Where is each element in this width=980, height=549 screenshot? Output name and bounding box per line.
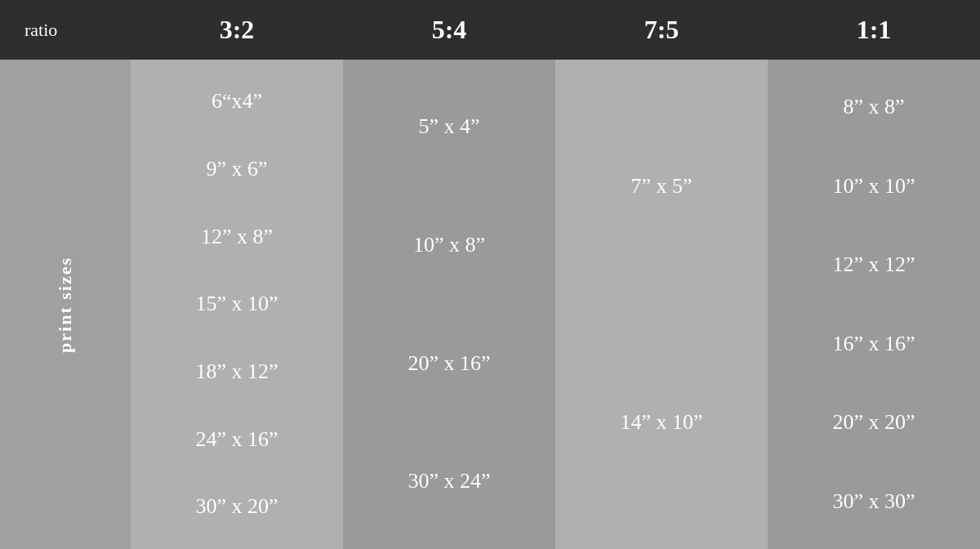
size-1-1-5: 20” x 20” xyxy=(832,401,915,444)
size-5-4-1: 5” x 4” xyxy=(418,105,479,148)
size-7-5-2: 14” x 10” xyxy=(620,401,702,444)
size-3-2-3: 12” x 8” xyxy=(201,216,273,258)
col-header-1-1: 1:1 xyxy=(768,0,980,60)
size-1-1-2: 10” x 10” xyxy=(832,165,915,208)
size-5-4-2: 10” x 8” xyxy=(413,224,485,266)
data-col-3-2: 6“x4” 9” x 6” 12” x 8” 15” x 10” 18” x 1… xyxy=(131,60,343,549)
data-col-1-1: 8” x 8” 10” x 10” 12” x 12” 16” x 16” 20… xyxy=(768,60,980,549)
size-3-2-1: 6“x4” xyxy=(212,80,262,123)
col-header-7-5: 7:5 xyxy=(555,0,768,60)
data-col-5-4: 5” x 4” 10” x 8” 20” x 16” 30” x 24” xyxy=(343,60,555,549)
size-3-2-6: 24” x 16” xyxy=(195,418,278,461)
size-3-2-4: 15” x 10” xyxy=(195,283,278,325)
size-7-5-1: 7” x 5” xyxy=(630,165,692,208)
print-sizes-label: print sizes xyxy=(55,257,76,353)
size-1-1-6: 30” x 30” xyxy=(832,480,915,523)
size-5-4-3: 20” x 16” xyxy=(408,342,490,385)
size-1-1-3: 12” x 12” xyxy=(832,243,915,286)
size-1-1-1: 8” x 8” xyxy=(843,86,904,128)
size-3-2-5: 18” x 12” xyxy=(195,350,278,393)
data-columns: 6“x4” 9” x 6” 12” x 8” 15” x 10” 18” x 1… xyxy=(131,60,980,549)
data-col-7-5: 7” x 5” 14” x 10” xyxy=(555,60,768,549)
col-header-3-2: 3:2 xyxy=(131,0,343,60)
size-3-2-7: 30” x 20” xyxy=(195,485,278,528)
size-3-2-2: 9” x 6” xyxy=(206,148,267,190)
print-sizes-table: ratio 3:2 5:4 7:5 1:1 print sizes 6“x4” … xyxy=(0,0,980,549)
header-row: ratio 3:2 5:4 7:5 1:1 xyxy=(0,0,980,60)
body-row: print sizes 6“x4” 9” x 6” 12” x 8” 15” x… xyxy=(0,60,980,549)
col-header-5-4: 5:4 xyxy=(343,0,555,60)
row-label-cell: print sizes xyxy=(0,60,131,549)
ratio-label: ratio xyxy=(0,0,131,60)
size-5-4-4: 30” x 24” xyxy=(408,460,490,502)
size-1-1-4: 16” x 16” xyxy=(832,323,915,365)
